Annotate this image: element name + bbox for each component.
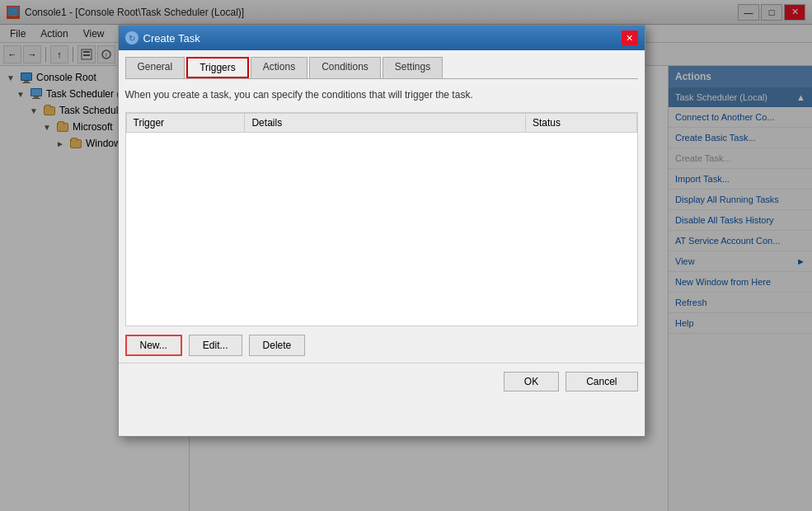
modal-overlay: ↻ Create Task ✕ General Triggers Actions… bbox=[0, 0, 812, 511]
cancel-button[interactable]: Cancel bbox=[566, 372, 637, 391]
tab-settings[interactable]: Settings bbox=[383, 57, 443, 78]
tab-conditions[interactable]: Conditions bbox=[309, 57, 381, 78]
modal-crud-buttons: New... Edit... Delete bbox=[125, 335, 306, 356]
modal-title-bar: ↻ Create Task ✕ bbox=[119, 26, 645, 50]
tab-description: When you create a task, you can specify … bbox=[125, 86, 638, 104]
new-trigger-button[interactable]: New... bbox=[125, 335, 182, 356]
tab-general[interactable]: General bbox=[125, 57, 185, 78]
modal-action-buttons: New... Edit... Delete bbox=[125, 335, 638, 356]
triggers-table: Trigger Details Status bbox=[126, 113, 637, 133]
create-task-modal: ↻ Create Task ✕ General Triggers Actions… bbox=[118, 25, 645, 437]
modal-title: Create Task bbox=[143, 32, 200, 45]
modal-title-left: ↻ Create Task bbox=[125, 31, 200, 45]
col-trigger: Trigger bbox=[126, 114, 245, 133]
tab-actions[interactable]: Actions bbox=[251, 57, 307, 78]
modal-tabs: General Triggers Actions Conditions Sett… bbox=[125, 57, 638, 78]
edit-trigger-button[interactable]: Edit... bbox=[189, 335, 242, 356]
delete-trigger-button[interactable]: Delete bbox=[249, 335, 306, 356]
modal-close-button[interactable]: ✕ bbox=[622, 30, 638, 45]
triggers-table-container: Trigger Details Status bbox=[125, 112, 638, 326]
modal-body: General Triggers Actions Conditions Sett… bbox=[119, 50, 645, 363]
tab-border bbox=[125, 78, 638, 79]
modal-footer: OK Cancel bbox=[119, 363, 645, 398]
modal-icon-symbol: ↻ bbox=[129, 34, 135, 43]
modal-icon: ↻ bbox=[125, 31, 138, 45]
col-details: Details bbox=[245, 114, 525, 133]
tab-triggers[interactable]: Triggers bbox=[186, 57, 249, 78]
col-status: Status bbox=[525, 114, 636, 133]
ok-button[interactable]: OK bbox=[504, 372, 559, 391]
